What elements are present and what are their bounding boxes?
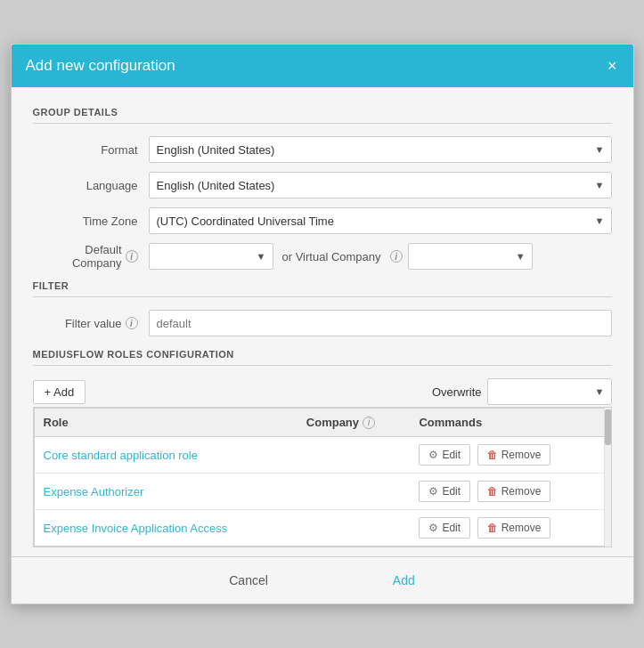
group-details-label: GROUP DETAILS: [33, 107, 612, 117]
gear-icon: ⚙: [428, 522, 438, 534]
table-row: Expense Invoice Application Access ⚙ Edi…: [34, 510, 610, 547]
role-cell: Expense Authorizer: [34, 474, 298, 510]
default-company-info-icon: i: [126, 250, 138, 263]
modal-title: Add new configuration: [26, 57, 175, 75]
edit-label: Edit: [442, 449, 461, 461]
group-details-section: GROUP DETAILS Format English (United Sta…: [33, 107, 612, 270]
table-row: Core standard application role ⚙ Edit 🗑 …: [34, 437, 610, 474]
role-name-link[interactable]: Core standard application role: [44, 449, 198, 462]
commands-cell: ⚙ Edit 🗑 Remove: [410, 437, 610, 474]
remove-button[interactable]: 🗑 Remove: [477, 481, 551, 502]
edit-button[interactable]: ⚙ Edit: [419, 481, 470, 502]
company-col-info-icon: i: [363, 417, 375, 429]
roles-section-label: MEDIUSFLOW ROLES CONFIGURATION: [33, 349, 612, 360]
company-cell: [298, 437, 411, 474]
gear-icon: ⚙: [428, 449, 438, 461]
remove-label: Remove: [501, 522, 542, 534]
format-label: Format: [33, 143, 149, 157]
default-company-select-wrapper: ▼: [149, 243, 273, 270]
filter-value-row: Filter value i: [33, 310, 612, 336]
trash-icon: 🗑: [487, 485, 498, 498]
roles-table-body: Core standard application role ⚙ Edit 🗑 …: [34, 437, 610, 547]
confirm-button[interactable]: Add: [375, 570, 433, 591]
company-row: Default Company i ▼ or Virtual Company i…: [33, 243, 612, 270]
company-cell: [298, 510, 411, 547]
overwrite-select[interactable]: [487, 378, 612, 405]
filter-divider: [33, 296, 612, 297]
timezone-select-wrapper: (UTC) Coordinated Universal Time ▼: [149, 207, 612, 234]
commands-cell: ⚙ Edit 🗑 Remove: [410, 474, 610, 510]
virtual-company-info-icon: i: [390, 250, 403, 263]
modal-footer: Cancel Add: [12, 556, 633, 603]
group-details-divider: [33, 123, 612, 124]
commands-cell: ⚙ Edit 🗑 Remove: [410, 510, 610, 547]
remove-button[interactable]: 🗑 Remove: [477, 444, 551, 466]
trash-icon: 🗑: [487, 522, 498, 534]
language-select-wrapper: English (United States) ▼: [149, 172, 612, 198]
overwrite-row: Overwrite ▼: [432, 378, 612, 405]
edit-label: Edit: [442, 522, 461, 534]
overwrite-select-wrapper: ▼: [487, 378, 612, 405]
add-role-button[interactable]: + Add: [33, 380, 86, 404]
edit-button[interactable]: ⚙ Edit: [419, 444, 470, 466]
edit-label: Edit: [442, 485, 461, 498]
role-name-link[interactable]: Expense Authorizer: [44, 485, 144, 498]
role-cell: Expense Invoice Application Access: [34, 510, 298, 547]
format-select-wrapper: English (United States) ▼: [149, 136, 612, 163]
scrollbar-thumb: [605, 409, 611, 445]
language-row: Language English (United States) ▼: [33, 172, 612, 198]
or-virtual-company-label: or Virtual Company: [273, 250, 390, 263]
company-cell: [298, 474, 411, 510]
timezone-select[interactable]: (UTC) Coordinated Universal Time: [149, 207, 612, 234]
roles-divider: [33, 365, 612, 366]
filter-label: FILTER: [33, 280, 612, 291]
roles-table: Role Company i Commands Core standard ap…: [34, 408, 611, 547]
modal-dialog: Add new configuration × GROUP DETAILS Fo…: [11, 44, 634, 604]
roles-section: MEDIUSFLOW ROLES CONFIGURATION + Add Ove…: [33, 349, 612, 547]
table-row: Expense Authorizer ⚙ Edit 🗑 Remove: [34, 474, 610, 510]
scrollbar[interactable]: [604, 408, 611, 547]
default-company-label: Default Company i: [33, 243, 149, 270]
remove-label: Remove: [501, 485, 542, 498]
role-cell: Core standard application role: [34, 437, 298, 474]
virtual-company-select[interactable]: [408, 243, 533, 270]
remove-label: Remove: [501, 449, 542, 461]
roles-table-header: Role Company i Commands: [34, 409, 610, 437]
roles-table-container: Role Company i Commands Core standard ap…: [33, 407, 612, 547]
format-select[interactable]: English (United States): [149, 136, 612, 163]
filter-input[interactable]: [149, 310, 612, 336]
modal-header: Add new configuration ×: [12, 45, 633, 87]
filter-value-label: Filter value i: [33, 317, 149, 330]
col-company: Company i: [298, 409, 411, 436]
close-button[interactable]: ×: [606, 58, 619, 74]
modal-body: GROUP DETAILS Format English (United Sta…: [12, 87, 633, 547]
filter-info-icon: i: [126, 317, 138, 329]
remove-button[interactable]: 🗑 Remove: [477, 517, 551, 539]
overwrite-label: Overwrite: [432, 385, 482, 399]
timezone-label: Time Zone: [33, 215, 149, 228]
edit-button[interactable]: ⚙ Edit: [419, 517, 470, 539]
col-commands: Commands: [410, 409, 610, 437]
gear-icon: ⚙: [428, 485, 438, 498]
language-label: Language: [33, 179, 149, 192]
language-select[interactable]: English (United States): [149, 172, 612, 198]
format-row: Format English (United States) ▼: [33, 136, 612, 163]
roles-toolbar: + Add Overwrite ▼: [33, 378, 612, 405]
trash-icon: 🗑: [487, 449, 498, 461]
cancel-button[interactable]: Cancel: [211, 570, 286, 591]
col-role: Role: [34, 409, 298, 437]
role-name-link[interactable]: Expense Invoice Application Access: [44, 522, 228, 535]
virtual-company-select-wrapper: ▼: [408, 243, 533, 270]
default-company-select[interactable]: [149, 243, 273, 270]
filter-section: FILTER Filter value i: [33, 280, 612, 336]
timezone-row: Time Zone (UTC) Coordinated Universal Ti…: [33, 207, 612, 234]
